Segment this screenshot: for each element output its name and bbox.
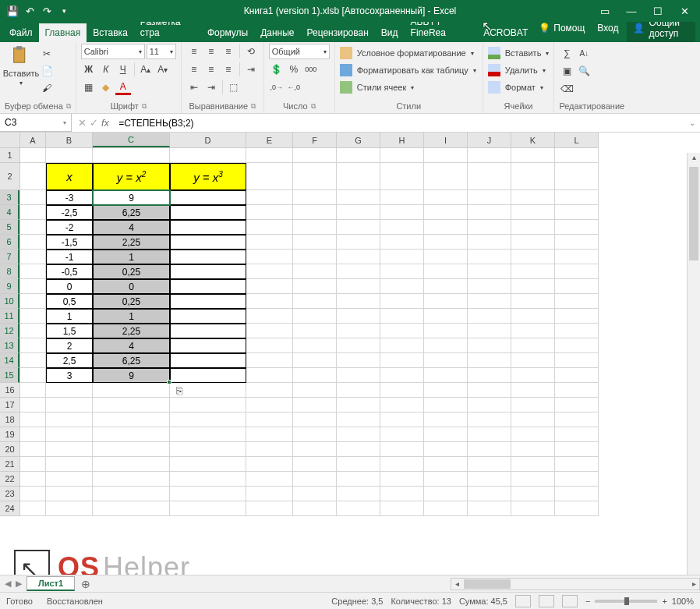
cell-K14[interactable] <box>511 353 555 368</box>
cell-J3[interactable] <box>468 190 511 205</box>
decrease-indent-icon[interactable]: ⇤ <box>186 80 202 95</box>
cell-B20[interactable] <box>46 442 93 457</box>
col-header-J[interactable]: J <box>468 133 511 147</box>
cell-G20[interactable] <box>337 442 380 457</box>
scroll-left-icon[interactable]: ◂ <box>451 579 462 588</box>
row-header-9[interactable]: 9 <box>0 279 19 294</box>
cell-F10[interactable] <box>293 294 337 309</box>
cell-F21[interactable] <box>293 457 337 472</box>
cell-J19[interactable] <box>468 427 511 442</box>
clear-icon[interactable]: ⌫ <box>559 81 574 97</box>
cell-G19[interactable] <box>337 427 380 442</box>
cell-D10[interactable] <box>170 294 246 309</box>
row-header-17[interactable]: 17 <box>0 398 19 412</box>
insert-cells-button[interactable]: Вставить▾ <box>488 45 550 61</box>
col-header-I[interactable]: I <box>424 133 468 147</box>
cell-H13[interactable] <box>380 338 424 353</box>
cell-L13[interactable] <box>555 338 599 353</box>
col-header-L[interactable]: L <box>555 133 599 147</box>
cell-D14[interactable] <box>170 353 246 368</box>
tab-review[interactable]: Рецензирован <box>301 23 375 42</box>
cell-A19[interactable] <box>20 427 46 442</box>
cell-B12[interactable]: 1,5 <box>46 324 93 338</box>
cell-E18[interactable] <box>246 412 293 427</box>
cell-G10[interactable] <box>337 294 380 309</box>
align-bottom-icon[interactable]: ≡ <box>221 44 236 59</box>
format-cells-button[interactable]: Формат▾ <box>488 80 543 95</box>
cell-I9[interactable] <box>424 279 468 294</box>
cell-I18[interactable] <box>424 412 468 427</box>
col-header-H[interactable]: H <box>380 133 424 147</box>
cell-A6[interactable] <box>20 235 46 250</box>
orientation-icon[interactable]: ⟲ <box>243 44 259 59</box>
cell-B6[interactable]: -1,5 <box>46 235 93 250</box>
cell-H21[interactable] <box>380 457 424 472</box>
cell-G23[interactable] <box>337 487 380 501</box>
cell-I3[interactable] <box>424 190 468 205</box>
cell-C16[interactable] <box>93 383 170 398</box>
cell-F4[interactable] <box>293 205 337 220</box>
column-headers[interactable]: ABCDEFGHIJKL <box>20 133 599 148</box>
cell-B24[interactable] <box>46 501 93 516</box>
cell-A13[interactable] <box>20 338 46 353</box>
cell-I13[interactable] <box>424 338 468 353</box>
cell-D17[interactable] <box>170 398 246 412</box>
row-header-19[interactable]: 19 <box>0 427 19 442</box>
cell-K15[interactable] <box>511 368 555 383</box>
horizontal-scrollbar[interactable]: ◂ ▸ <box>451 578 700 590</box>
cell-A14[interactable] <box>20 353 46 368</box>
tab-insert[interactable]: Вставка <box>87 23 134 42</box>
cell-B8[interactable]: -0,5 <box>46 264 93 279</box>
cell-C15[interactable]: 9 <box>93 368 170 383</box>
cell-B16[interactable] <box>46 383 93 398</box>
cell-E24[interactable] <box>246 501 293 516</box>
col-header-G[interactable]: G <box>337 133 380 147</box>
cell-F23[interactable] <box>293 487 337 501</box>
cell-B22[interactable] <box>46 472 93 487</box>
redo-icon[interactable]: ↷ <box>41 5 53 17</box>
cell-H15[interactable] <box>380 368 424 383</box>
cell-C8[interactable]: 0,25 <box>93 264 170 279</box>
cell-G14[interactable] <box>337 353 380 368</box>
cell-B11[interactable]: 1 <box>46 309 93 324</box>
row-header-6[interactable]: 6 <box>0 235 19 250</box>
cell-F24[interactable] <box>293 501 337 516</box>
scroll-up-icon[interactable]: ▴ <box>688 153 700 165</box>
cell-K5[interactable] <box>511 220 555 235</box>
cell-K22[interactable] <box>511 472 555 487</box>
cell-A7[interactable] <box>20 250 46 264</box>
cell-C22[interactable] <box>93 472 170 487</box>
cell-L19[interactable] <box>555 427 599 442</box>
new-sheet-icon[interactable]: ⊕ <box>75 578 97 590</box>
cell-H12[interactable] <box>380 324 424 338</box>
hscroll-thumb[interactable] <box>464 579 511 589</box>
qat-dropdown-icon[interactable]: ▾ <box>58 5 70 17</box>
cell-K23[interactable] <box>511 487 555 501</box>
cell-A17[interactable] <box>20 398 46 412</box>
cell-G24[interactable] <box>337 501 380 516</box>
font-color-icon[interactable]: A <box>115 80 131 95</box>
copy-icon[interactable]: 📄 <box>39 63 55 79</box>
cell-H22[interactable] <box>380 472 424 487</box>
cell-D15[interactable] <box>170 368 246 383</box>
cell-C20[interactable] <box>93 442 170 457</box>
dialog-launcher-icon[interactable]: ⧉ <box>311 102 316 111</box>
cell-D3[interactable] <box>170 190 246 205</box>
col-header-E[interactable]: E <box>246 133 293 147</box>
cell-L12[interactable] <box>555 324 599 338</box>
cell-L23[interactable] <box>555 487 599 501</box>
cell-E11[interactable] <box>246 309 293 324</box>
cell-I7[interactable] <box>424 250 468 264</box>
cell-G15[interactable] <box>337 368 380 383</box>
cell-F12[interactable] <box>293 324 337 338</box>
cell-styles-button[interactable]: Стили ячеек▾ <box>340 80 414 95</box>
cell-C5[interactable]: 4 <box>93 220 170 235</box>
cell-C23[interactable] <box>93 487 170 501</box>
cell-C7[interactable]: 1 <box>93 250 170 264</box>
prev-sheet-icon[interactable]: ◀ <box>5 579 11 589</box>
dialog-launcher-icon[interactable]: ⧉ <box>251 102 256 111</box>
cell-D13[interactable] <box>170 338 246 353</box>
cell-L7[interactable] <box>555 250 599 264</box>
cell-E6[interactable] <box>246 235 293 250</box>
minimize-icon[interactable]: — <box>625 5 638 17</box>
